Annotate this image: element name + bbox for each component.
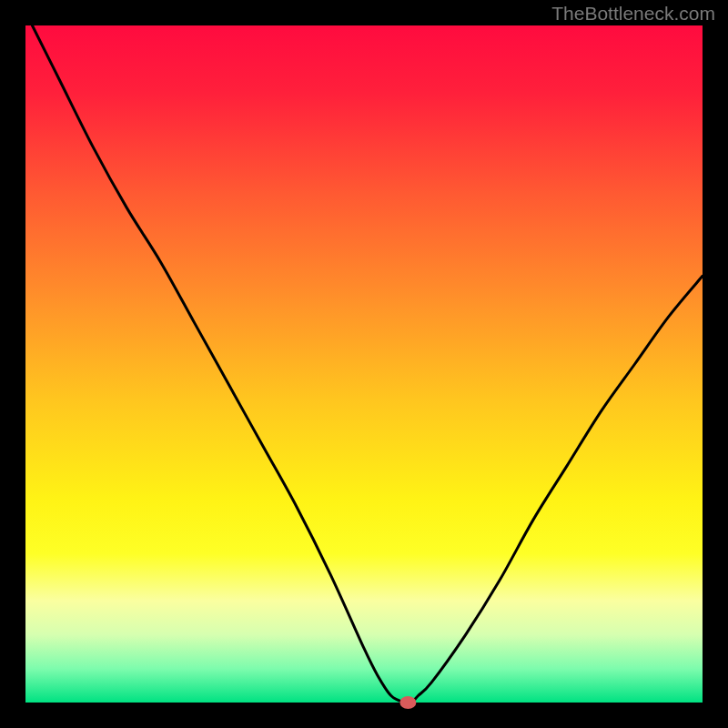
optimal-marker xyxy=(399,696,416,709)
chart-container: { "watermark": "TheBottleneck.com", "cha… xyxy=(0,0,728,728)
watermark-text: TheBottleneck.com xyxy=(551,3,715,25)
plot-background xyxy=(25,25,703,703)
bottleneck-chart xyxy=(0,0,728,728)
